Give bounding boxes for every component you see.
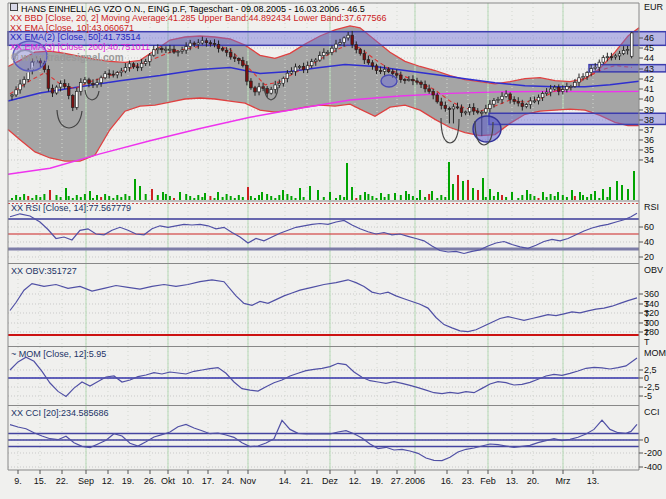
candlestick [185, 47, 188, 51]
volume-bar [317, 190, 319, 200]
candlestick [294, 67, 297, 72]
price-axis-unit: EUR [644, 2, 663, 12]
chart-canvas[interactable] [0, 0, 666, 499]
candlestick [152, 50, 155, 56]
candlestick [140, 63, 143, 67]
y-tick-label: -200 [644, 448, 662, 458]
volume-bar [27, 196, 29, 200]
volume-bar [521, 195, 523, 200]
volume-bar [598, 198, 600, 200]
drawn-ellipse-annotation[interactable] [381, 75, 397, 87]
volume-bar [452, 184, 454, 200]
volume-bar [627, 189, 629, 200]
volume-bar [39, 197, 41, 200]
candlestick [286, 73, 289, 78]
candlestick [67, 87, 70, 96]
volume-bar [529, 194, 531, 200]
candlestick [221, 48, 224, 50]
volume-bar [335, 198, 337, 200]
volume-bar [457, 175, 459, 200]
candlestick [420, 82, 423, 84]
candlestick [88, 80, 91, 84]
candlestick [136, 67, 139, 68]
volume-bar [376, 198, 378, 200]
candlestick [618, 54, 621, 56]
legend-ema200[interactable]: XX EMA(3) [Close, 200]:40.751011 [10, 42, 150, 52]
volume-bar [542, 192, 544, 200]
volume-bar [104, 194, 106, 200]
volume-bar [254, 198, 256, 200]
cci-panel-label[interactable]: XX CCI [20]:234.585686 [11, 408, 109, 418]
volume-bar [590, 194, 592, 200]
obv-panel-label[interactable]: XX OBV:351727 [11, 266, 77, 276]
legend-ema50[interactable]: XX EMA(2) [Close, 50]:41.73514 [10, 32, 141, 42]
volume-bar [72, 198, 74, 200]
volume-bar [562, 195, 564, 200]
candlestick [367, 60, 370, 63]
candlestick [213, 43, 216, 44]
candlestick [379, 71, 382, 72]
volume-bar [579, 192, 581, 200]
candlestick [464, 112, 467, 113]
candlestick [144, 62, 147, 64]
candlestick [23, 79, 26, 84]
volume-bar [193, 198, 195, 200]
candlestick [177, 52, 180, 53]
volume-bar [343, 197, 345, 200]
candlestick [112, 74, 115, 75]
rsi-panel-label[interactable]: XX RSI [Close, 14]:77.567779 [11, 203, 131, 213]
volume-bar [15, 195, 17, 200]
volume-bar [428, 194, 430, 200]
volume-bar [329, 192, 331, 200]
volume-bar [247, 187, 249, 200]
mom-panel-label[interactable]: ~ MOM [Close, 12]:5.95 [11, 349, 106, 359]
x-tick-label: Dez [316, 476, 344, 486]
volume-bar [574, 196, 576, 200]
candlestick [310, 62, 313, 66]
volume-bar [96, 195, 98, 200]
volume-bar [19, 197, 21, 200]
volume-bar [242, 197, 244, 200]
volume-bar [388, 194, 390, 200]
candlestick [444, 105, 447, 108]
candlestick [335, 44, 338, 48]
mom-axis-unit: MOM [644, 348, 666, 358]
volume-bar [49, 190, 51, 200]
volume-bar [274, 198, 276, 200]
volume-bar [546, 197, 548, 200]
candlestick [448, 109, 451, 110]
volume-bar [440, 195, 442, 200]
candlestick [323, 52, 326, 55]
volume-bar [609, 187, 611, 200]
candlestick [472, 108, 475, 112]
volume-bar [157, 195, 159, 200]
candlestick [562, 90, 565, 92]
volume-bar [185, 194, 187, 200]
candlestick [181, 50, 184, 51]
legend-bollinger[interactable]: XX BBD [Close, 20, 2] Moving Average:41.… [10, 13, 387, 23]
volume-bar [299, 188, 301, 200]
volume-bar [290, 196, 292, 200]
candlestick [282, 78, 285, 83]
candlestick [201, 41, 204, 43]
volume-bar [169, 196, 171, 200]
candlestick [242, 60, 245, 65]
candlestick [509, 94, 512, 100]
volume-bar [517, 198, 519, 200]
candlestick [15, 90, 18, 95]
volume-bar [606, 197, 608, 200]
candlestick [529, 101, 532, 105]
candlestick [229, 52, 232, 57]
volume-bar [384, 197, 386, 200]
candlestick [501, 96, 504, 99]
volume-bar [145, 194, 147, 200]
volume-bar [380, 193, 382, 200]
candlestick [72, 96, 75, 108]
y-tick-label: 36 [644, 135, 654, 145]
volume-bar [489, 189, 491, 200]
candlestick [343, 38, 346, 43]
candlestick [395, 74, 398, 76]
rsi-axis-unit: RSI [644, 202, 659, 212]
volume-bar [511, 192, 513, 200]
legend-ema10[interactable]: XX EMA [Close, 10]:43.060671 [10, 23, 134, 33]
